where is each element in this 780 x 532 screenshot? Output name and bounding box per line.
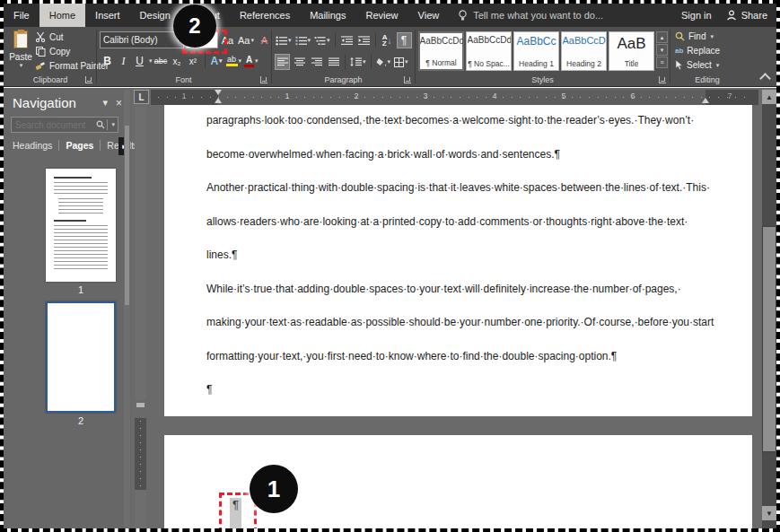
- scroll-up-button[interactable]: ▲: [762, 90, 776, 104]
- font-group-label: Font: [97, 75, 270, 84]
- align-center-button[interactable]: [292, 54, 307, 70]
- search-icon[interactable]: [94, 120, 107, 129]
- nav-tab-pages[interactable]: Pages: [66, 140, 93, 151]
- superscript-button[interactable]: x²: [186, 53, 201, 69]
- line-spacing-button[interactable]: ▾: [349, 54, 367, 70]
- sign-in-button[interactable]: Sign in: [681, 10, 712, 21]
- show-hide-marks-button[interactable]: ¶: [397, 32, 412, 48]
- document-line: making·your·text·as·readable·as·possible…: [206, 306, 714, 340]
- tab-references[interactable]: References: [230, 4, 300, 27]
- word-window: File Home Insert Design Layout Reference…: [0, 0, 780, 532]
- paste-dropdown[interactable]: ▾: [8, 62, 34, 69]
- paste-button[interactable]: Paste ▾: [7, 31, 34, 69]
- collapse-ribbon-button[interactable]: [761, 74, 769, 83]
- bullet-list-button[interactable]: ▾: [275, 32, 293, 48]
- replace-icon: ab: [675, 47, 683, 55]
- clipboard-group-label: Clipboard: [5, 75, 95, 84]
- tab-mailings[interactable]: Mailings: [300, 4, 355, 27]
- navigation-close-button[interactable]: ×: [116, 97, 122, 109]
- clipboard-dialog-launcher[interactable]: [85, 76, 92, 83]
- text-effects-button[interactable]: A▾: [209, 53, 224, 69]
- page-thumbnail-2[interactable]: [46, 301, 116, 413]
- tell-me-box[interactable]: Tell me what you want to do...: [449, 4, 612, 27]
- document-canvas[interactable]: paragraphs·look·too·condensed,·the·text·…: [146, 105, 760, 528]
- page-2[interactable]: ¶ 1: [164, 435, 752, 528]
- copy-button[interactable]: Copy: [35, 46, 70, 57]
- underline-button[interactable]: U: [132, 53, 147, 69]
- cut-button[interactable]: Cut: [35, 31, 64, 42]
- navigation-options-dropdown[interactable]: ▾: [102, 97, 108, 109]
- styles-gallery-up[interactable]: ▴: [656, 31, 668, 43]
- style-heading2[interactable]: AaBbCcD Heading 2: [561, 31, 607, 71]
- font-color-button[interactable]: A▾: [243, 53, 259, 69]
- first-line-indent-marker[interactable]: [215, 90, 222, 95]
- nav-tab-headings[interactable]: Headings: [13, 140, 52, 151]
- document-line: Another·practical·thing·with·double·spac…: [206, 171, 714, 205]
- italic-button[interactable]: I: [116, 53, 131, 69]
- font-dialog-launcher[interactable]: [260, 76, 267, 83]
- find-button[interactable]: Find▾: [675, 31, 714, 41]
- ruler-number: 1: [285, 92, 289, 100]
- tab-view[interactable]: View: [408, 4, 450, 27]
- tab-stop-selector[interactable]: L: [134, 90, 149, 104]
- scrollbar-thumb[interactable]: [763, 227, 776, 451]
- underline-dropdown[interactable]: ▾: [149, 57, 153, 65]
- tab-insert[interactable]: Insert: [85, 4, 130, 27]
- clear-formatting-button[interactable]: A: [257, 32, 272, 48]
- justify-button[interactable]: [326, 54, 341, 70]
- align-right-button[interactable]: [309, 54, 324, 70]
- sort-button[interactable]: AZ↓: [380, 32, 395, 48]
- increase-indent-button[interactable]: [356, 32, 372, 48]
- decrease-indent-button[interactable]: [339, 32, 355, 48]
- styles-gallery-more[interactable]: ≡: [656, 57, 668, 68]
- editing-group: Find▾ ab Replace Select▾ Editing: [671, 27, 743, 86]
- strikethrough-button[interactable]: abc: [153, 53, 169, 69]
- paste-icon: [13, 31, 28, 48]
- paragraph-dialog-launcher[interactable]: [404, 76, 411, 83]
- document-text[interactable]: paragraphs·look·too·condensed,·the·text·…: [206, 105, 714, 407]
- paragraph-group: ▾ ▾ ▾ AZ↓ ¶ ▾ ▾ ▾ Paragraph: [273, 27, 414, 86]
- document-scrollbar[interactable]: ▲ ▼: [762, 90, 776, 528]
- align-left-button[interactable]: [275, 54, 290, 70]
- styles-group: AaBbCcDd ¶ Normal AaBbCcDd ¶ No Spac... …: [416, 27, 669, 86]
- tab-home[interactable]: Home: [39, 4, 85, 27]
- select-icon: [675, 60, 683, 70]
- styles-dialog-launcher[interactable]: [659, 76, 666, 83]
- numbered-list-button[interactable]: ▾: [294, 32, 312, 48]
- style-no-spacing[interactable]: AaBbCcDd ¶ No Spac...: [466, 31, 512, 71]
- change-case-button[interactable]: Aa▾: [237, 32, 255, 48]
- tab-file[interactable]: File: [4, 4, 39, 27]
- ribbon: Paste ▾ Cut Copy Format Painter Clipboar…: [4, 27, 776, 87]
- search-input[interactable]: [12, 120, 94, 130]
- tab-review[interactable]: Review: [356, 4, 408, 27]
- page-1[interactable]: paragraphs·look·too·condensed,·the·text·…: [164, 105, 752, 416]
- search-dropdown[interactable]: ▾: [109, 121, 118, 128]
- page-thumbnail-1-number: 1: [46, 284, 116, 295]
- highlight-button[interactable]: ab▾: [225, 53, 243, 69]
- style-heading1[interactable]: AaBbCc Heading 1: [513, 31, 559, 71]
- navigation-scrollbar[interactable]: [124, 90, 130, 527]
- page-thumbnail-1[interactable]: [46, 169, 116, 282]
- select-button[interactable]: Select▾: [675, 60, 719, 70]
- ruler-margin-number: 7: [727, 92, 732, 100]
- styles-gallery-down[interactable]: ▾: [656, 44, 668, 56]
- shading-button[interactable]: ▾: [375, 54, 392, 70]
- style-title[interactable]: AaB Title: [609, 31, 654, 71]
- borders-button[interactable]: ▾: [393, 54, 409, 70]
- bold-button[interactable]: B: [100, 53, 115, 69]
- vertical-ruler-page-marker: [136, 403, 145, 407]
- chevron-up-icon: [759, 73, 771, 84]
- multilevel-list-button[interactable]: ▾: [313, 32, 331, 48]
- subscript-button[interactable]: x₂: [170, 53, 185, 69]
- horizontal-ruler[interactable]: 1 1 2 3 4 5 6 7: [151, 90, 758, 105]
- right-indent-marker[interactable]: [702, 98, 709, 103]
- scroll-down-button[interactable]: ▼: [762, 506, 776, 520]
- font-name-combo[interactable]: Calibri (Body) ▾: [100, 31, 184, 48]
- navigation-scrollbar-thumb[interactable]: [125, 126, 129, 305]
- find-icon: [675, 31, 685, 41]
- replace-button[interactable]: ab Replace: [675, 46, 720, 56]
- hanging-indent-marker[interactable]: [215, 98, 222, 103]
- style-normal[interactable]: AaBbCcDd ¶ Normal: [418, 31, 464, 71]
- vertical-ruler[interactable]: [135, 107, 146, 528]
- share-button[interactable]: Share: [726, 10, 767, 21]
